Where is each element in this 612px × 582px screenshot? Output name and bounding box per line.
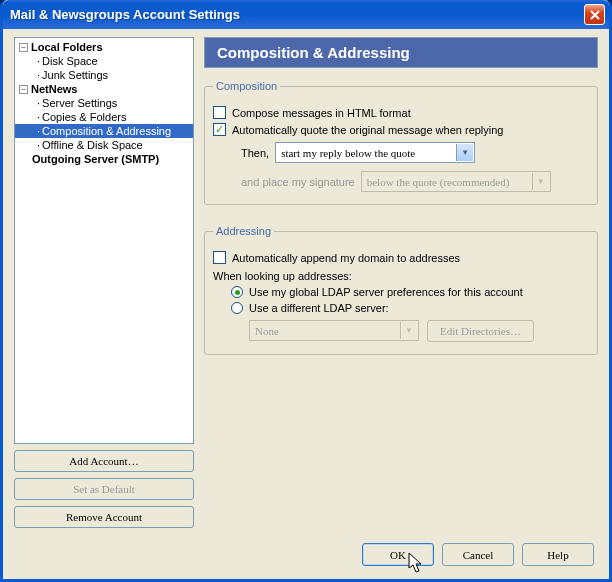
autoquote-checkbox[interactable]: ✓ [213, 123, 226, 136]
ldap-global-radio[interactable] [231, 286, 243, 298]
client-area: − Local Folders Disk Space Junk Settings… [6, 29, 606, 576]
tree-root-local-folders[interactable]: − Local Folders [15, 40, 193, 54]
tree-item-offline-disk-space[interactable]: Offline & Disk Space [15, 138, 193, 152]
tree-item-junk-settings[interactable]: Junk Settings [15, 68, 193, 82]
lookup-label: When looking up addresses: [213, 270, 352, 282]
tree-root-smtp[interactable]: Outgoing Server (SMTP) [15, 152, 193, 166]
ldap-different-radio[interactable] [231, 302, 243, 314]
ok-button[interactable]: OK [362, 543, 434, 566]
sidebar: − Local Folders Disk Space Junk Settings… [14, 37, 194, 528]
addressing-legend: Addressing [213, 225, 274, 237]
tree-root-netnews[interactable]: − NetNews [15, 82, 193, 96]
add-account-button[interactable]: Add Account… [14, 450, 194, 472]
chevron-down-icon: ▼ [532, 173, 549, 190]
tree-item-server-settings[interactable]: Server Settings [15, 96, 193, 110]
reply-position-select[interactable]: start my reply below the quote ▼ [275, 142, 475, 163]
composition-legend: Composition [213, 80, 280, 92]
autoquote-label: Automatically quote the original message… [232, 124, 504, 136]
tree-label: NetNews [31, 83, 77, 95]
append-domain-label: Automatically append my domain to addres… [232, 252, 460, 264]
chevron-down-icon: ▼ [400, 322, 417, 339]
signature-position-select: below the quote (recommended) ▼ [361, 171, 551, 192]
tree-item-copies-folders[interactable]: Copies & Folders [15, 110, 193, 124]
account-tree[interactable]: − Local Folders Disk Space Junk Settings… [14, 37, 194, 444]
signature-label: and place my signature [241, 176, 355, 188]
main-panel: Composition & Addressing Composition Com… [194, 37, 598, 528]
then-label: Then, [241, 147, 269, 159]
tree-item-disk-space[interactable]: Disk Space [15, 54, 193, 68]
ldap-different-label: Use a different LDAP server: [249, 302, 389, 314]
addressing-group: Addressing Automatically append my domai… [204, 225, 598, 355]
chevron-down-icon: ▼ [456, 144, 473, 161]
html-format-label: Compose messages in HTML format [232, 107, 411, 119]
tree-item-composition-addressing[interactable]: Composition & Addressing [15, 124, 193, 138]
panel-header: Composition & Addressing [204, 37, 598, 68]
dialog-window: Mail & Newsgroups Account Settings − Loc… [0, 0, 612, 582]
close-button[interactable] [584, 4, 605, 25]
remove-account-button[interactable]: Remove Account [14, 506, 194, 528]
tree-label: Outgoing Server (SMTP) [32, 153, 159, 165]
set-default-button: Set as Default [14, 478, 194, 500]
titlebar[interactable]: Mail & Newsgroups Account Settings [3, 0, 609, 29]
composition-group: Composition Compose messages in HTML for… [204, 80, 598, 205]
window-title: Mail & Newsgroups Account Settings [10, 7, 584, 22]
cancel-button[interactable]: Cancel [442, 543, 514, 566]
html-format-checkbox[interactable] [213, 106, 226, 119]
dialog-footer: OK Cancel Help [362, 543, 594, 566]
collapse-icon[interactable]: − [19, 43, 28, 52]
edit-directories-button: Edit Directories… [427, 320, 534, 342]
append-domain-checkbox[interactable] [213, 251, 226, 264]
collapse-icon[interactable]: − [19, 85, 28, 94]
ldap-global-label: Use my global LDAP server preferences fo… [249, 286, 523, 298]
ldap-server-select: None ▼ [249, 320, 419, 341]
tree-label: Local Folders [31, 41, 103, 53]
close-icon [590, 10, 600, 20]
help-button[interactable]: Help [522, 543, 594, 566]
